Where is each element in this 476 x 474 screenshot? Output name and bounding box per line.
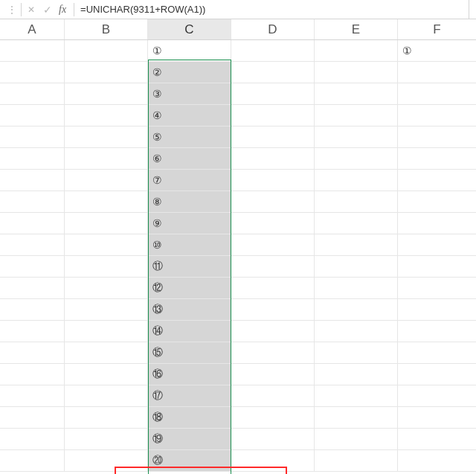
cell-E1[interactable]	[315, 40, 398, 62]
cell-D20[interactable]	[231, 450, 315, 472]
cell-E8[interactable]	[315, 191, 398, 213]
cell-F5[interactable]	[398, 126, 476, 148]
cell-D1[interactable]	[231, 40, 315, 62]
cell-E15[interactable]	[315, 342, 398, 364]
cell-C16[interactable]: ⑯	[148, 364, 231, 385]
cell-D10[interactable]	[231, 234, 315, 256]
dropdown-icon[interactable]: ⋮	[3, 2, 19, 17]
cell-A16[interactable]	[0, 364, 65, 385]
cell-D9[interactable]	[231, 213, 315, 234]
cell-F9[interactable]	[398, 213, 476, 234]
col-header-F[interactable]: F	[398, 19, 476, 39]
cell-D13[interactable]	[231, 299, 315, 321]
cell-C3[interactable]: ③	[148, 83, 231, 105]
cell-E5[interactable]	[315, 126, 398, 148]
col-header-E[interactable]: E	[315, 19, 398, 39]
cell-C11[interactable]: ⑪	[148, 256, 231, 278]
col-header-D[interactable]: D	[231, 19, 315, 39]
cell-E10[interactable]	[315, 234, 398, 256]
cell-B2[interactable]	[65, 62, 148, 83]
cancel-icon[interactable]: ✕	[23, 2, 39, 17]
cell-D14[interactable]	[231, 321, 315, 342]
cell-C14[interactable]: ⑭	[148, 321, 231, 342]
cell-A19[interactable]	[0, 429, 65, 450]
cell-C15[interactable]: ⑮	[148, 342, 231, 364]
cell-A15[interactable]	[0, 342, 65, 364]
cell-E2[interactable]	[315, 62, 398, 83]
cell-A9[interactable]	[0, 213, 65, 234]
cell-E11[interactable]	[315, 256, 398, 278]
cell-A14[interactable]	[0, 321, 65, 342]
cell-F3[interactable]	[398, 83, 476, 105]
cell-C2[interactable]: ②	[148, 62, 231, 83]
cell-E18[interactable]	[315, 407, 398, 429]
cell-D12[interactable]	[231, 278, 315, 299]
cell-B13[interactable]	[65, 299, 148, 321]
cell-B15[interactable]	[65, 342, 148, 364]
cell-D19[interactable]	[231, 429, 315, 450]
cell-B4[interactable]	[65, 105, 148, 126]
cell-A7[interactable]	[0, 170, 65, 191]
cell-A12[interactable]	[0, 278, 65, 299]
cell-F4[interactable]	[398, 105, 476, 126]
cell-E13[interactable]	[315, 299, 398, 321]
cell-F17[interactable]	[398, 385, 476, 407]
cell-F11[interactable]	[398, 256, 476, 278]
cell-F6[interactable]	[398, 148, 476, 170]
cell-A2[interactable]	[0, 62, 65, 83]
cell-C17[interactable]: ⑰	[148, 385, 231, 407]
cell-A13[interactable]	[0, 299, 65, 321]
col-header-A[interactable]: A	[0, 19, 65, 39]
confirm-icon[interactable]: ✓	[39, 2, 56, 17]
cell-B14[interactable]	[65, 321, 148, 342]
cell-D17[interactable]	[231, 385, 315, 407]
cell-B5[interactable]	[65, 126, 148, 148]
cell-C9[interactable]: ⑨	[148, 213, 231, 234]
cell-C20[interactable]: ⑳	[148, 450, 231, 472]
cell-F7[interactable]	[398, 170, 476, 191]
cell-D8[interactable]	[231, 191, 315, 213]
cell-D18[interactable]	[231, 407, 315, 429]
cell-F1[interactable]: ①	[398, 40, 476, 62]
formula-input[interactable]	[76, 0, 469, 19]
cell-F18[interactable]	[398, 407, 476, 429]
cell-B3[interactable]	[65, 83, 148, 105]
cell-D16[interactable]	[231, 364, 315, 385]
cell-A1[interactable]	[0, 40, 65, 62]
cell-A10[interactable]	[0, 234, 65, 256]
cell-C8[interactable]: ⑧	[148, 191, 231, 213]
cell-C13[interactable]: ⑬	[148, 299, 231, 321]
cell-C5[interactable]: ⑤	[148, 126, 231, 148]
col-header-B[interactable]: B	[65, 19, 148, 39]
cell-D6[interactable]	[231, 148, 315, 170]
cell-B17[interactable]	[65, 385, 148, 407]
cell-F20[interactable]	[398, 450, 476, 472]
cell-F12[interactable]	[398, 278, 476, 299]
cell-B1[interactable]	[65, 40, 148, 62]
cell-E14[interactable]	[315, 321, 398, 342]
cell-C18[interactable]: ⑱	[148, 407, 231, 429]
cell-B8[interactable]	[65, 191, 148, 213]
cell-C4[interactable]: ④	[148, 105, 231, 126]
fx-icon[interactable]: fx	[56, 4, 72, 16]
cell-E6[interactable]	[315, 148, 398, 170]
cell-F13[interactable]	[398, 299, 476, 321]
cell-A3[interactable]	[0, 83, 65, 105]
cell-F2[interactable]	[398, 62, 476, 83]
cell-B7[interactable]	[65, 170, 148, 191]
cell-F16[interactable]	[398, 364, 476, 385]
cell-F14[interactable]	[398, 321, 476, 342]
cell-A4[interactable]	[0, 105, 65, 126]
cell-C7[interactable]: ⑦	[148, 170, 231, 191]
cell-E4[interactable]	[315, 105, 398, 126]
cell-B18[interactable]	[65, 407, 148, 429]
cell-D7[interactable]	[231, 170, 315, 191]
cell-B19[interactable]	[65, 429, 148, 450]
cell-A5[interactable]	[0, 126, 65, 148]
cell-C19[interactable]: ⑲	[148, 429, 231, 450]
formula-bar-expand[interactable]	[469, 0, 476, 19]
cell-B12[interactable]	[65, 278, 148, 299]
cell-D3[interactable]	[231, 83, 315, 105]
cell-B6[interactable]	[65, 148, 148, 170]
cell-A18[interactable]	[0, 407, 65, 429]
